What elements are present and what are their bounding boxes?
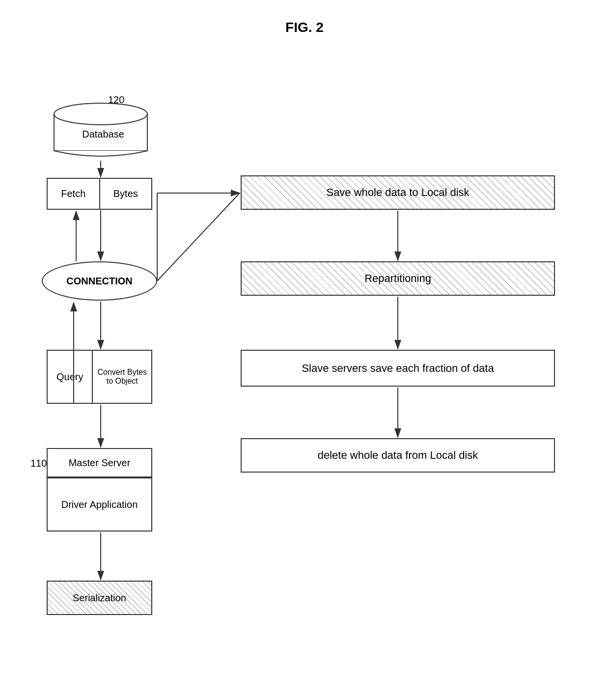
repartitioning-box: Repartitioning bbox=[241, 261, 555, 296]
connection-node: CONNECTION bbox=[42, 261, 157, 301]
fetch-label: Fetch bbox=[48, 179, 100, 209]
serialization-box: Serialization bbox=[47, 581, 152, 615]
bytes-label: Bytes bbox=[100, 179, 152, 209]
svg-line-10 bbox=[157, 193, 240, 281]
label-120: 120 bbox=[108, 94, 124, 106]
delete-whole-box: delete whole data from Local disk bbox=[241, 438, 555, 473]
query-convert-box: Query Convert Bytes to Object bbox=[47, 350, 152, 404]
svg-point-1 bbox=[54, 103, 147, 125]
driver-application-box: Driver Application bbox=[47, 477, 152, 532]
label-110: 110 bbox=[30, 458, 47, 469]
slave-servers-box: Slave servers save each fraction of data bbox=[241, 350, 555, 387]
convert-label: Convert Bytes to Object bbox=[93, 351, 151, 403]
fetch-bytes-box: Fetch Bytes bbox=[47, 178, 152, 210]
save-whole-box: Save whole data to Local disk bbox=[241, 175, 555, 210]
database-label: Database bbox=[52, 129, 155, 140]
page-title: FIG. 2 bbox=[0, 0, 609, 35]
query-label: Query bbox=[48, 351, 93, 403]
master-server-box: Master Server bbox=[47, 448, 152, 477]
